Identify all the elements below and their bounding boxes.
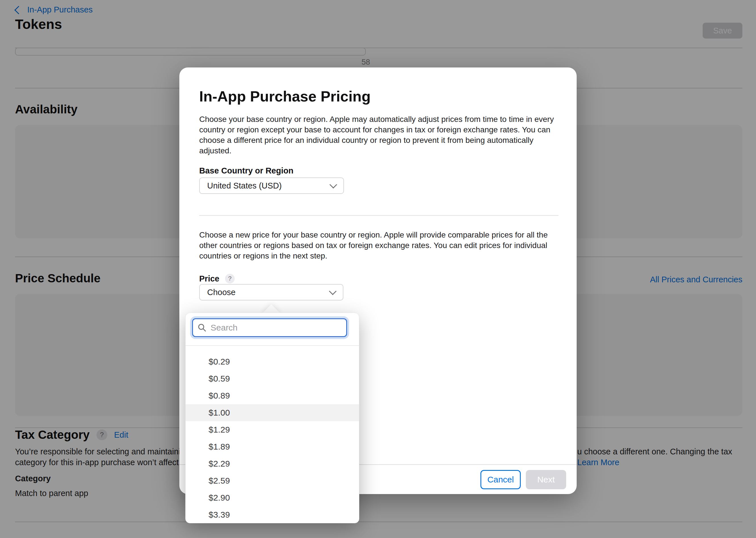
price-option[interactable]: $0.89 — [186, 387, 359, 404]
price-search-field[interactable]: Search — [192, 318, 347, 337]
price-help-icon[interactable]: ? — [225, 274, 235, 284]
chevron-down-icon — [329, 288, 337, 295]
price-option[interactable]: $2.59 — [186, 472, 359, 489]
search-icon — [198, 323, 207, 332]
modal-title: In-App Purchase Pricing — [199, 88, 371, 105]
price-option[interactable]: $0.29 — [186, 353, 359, 370]
modal-divider — [199, 215, 558, 216]
next-button[interactable]: Next — [526, 470, 566, 489]
price-option[interactable]: $1.29 — [186, 421, 359, 438]
price-label: Price — [199, 274, 220, 284]
base-country-label: Base Country or Region — [199, 166, 293, 176]
popover-divider — [186, 345, 359, 346]
price-select[interactable]: Choose — [199, 284, 344, 300]
price-intro-text: Choose a new price for your base country… — [199, 230, 567, 261]
price-dropdown-popover: Search $0.29 $0.59 $0.89 $1.00 $1.29 $1.… — [185, 313, 359, 523]
base-country-select[interactable]: United States (USD) — [199, 178, 344, 194]
price-options-list: $0.29 $0.59 $0.89 $1.00 $1.29 $1.89 $2.2… — [186, 353, 359, 523]
price-option[interactable]: $2.29 — [186, 455, 359, 472]
chevron-down-icon — [330, 181, 337, 188]
search-placeholder: Search — [211, 323, 237, 333]
price-label-row: Price ? — [199, 274, 235, 284]
price-select-value: Choose — [207, 288, 235, 297]
price-option[interactable]: $3.39 — [186, 506, 359, 523]
modal-intro-text: Choose your base country or region. Appl… — [199, 114, 564, 156]
base-country-value: United States (USD) — [207, 181, 282, 190]
price-option[interactable]: $0.59 — [186, 370, 359, 387]
cancel-button[interactable]: Cancel — [480, 470, 521, 489]
price-option[interactable]: $2.90 — [186, 489, 359, 506]
price-option-selected[interactable]: $1.00 — [186, 404, 359, 421]
price-option[interactable]: $1.89 — [186, 438, 359, 455]
